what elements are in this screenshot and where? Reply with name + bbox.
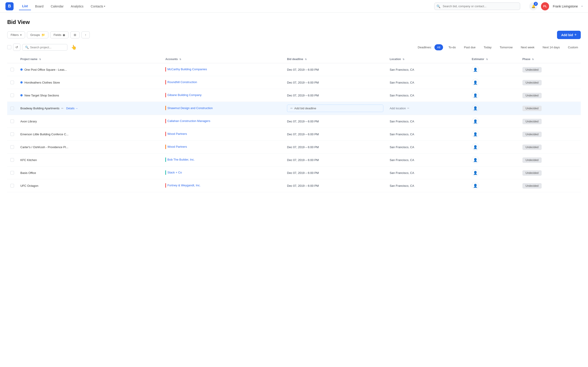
phase-badge[interactable]: Undecided: [522, 144, 542, 150]
deadline-nextweek-button[interactable]: Next week: [518, 44, 537, 50]
col-estimator[interactable]: Estimator ⇅: [469, 55, 519, 63]
account-name[interactable]: Stack + Co: [167, 171, 182, 174]
deadline-pastdue-button[interactable]: Past due: [461, 44, 478, 50]
col-project-name[interactable]: Project name ⇅: [17, 55, 162, 63]
project-name-text[interactable]: Horsfeathers Clothes Store: [25, 81, 60, 84]
add-estimator-button[interactable]: 👤: [472, 79, 479, 86]
add-bid-button[interactable]: Add bid +: [557, 31, 581, 39]
project-name-text[interactable]: Carter's / OshKosh - Providence Pl...: [20, 145, 68, 149]
search-project-input-wrap[interactable]: 🔍: [22, 44, 67, 50]
account-name[interactable]: Wood Partners: [167, 145, 187, 148]
account-name[interactable]: Shawmut Design and Construction: [167, 106, 213, 110]
project-name-text[interactable]: Boadway Building Apartments: [20, 107, 60, 110]
account-color-bar: [165, 67, 166, 72]
account-tag[interactable]: Wood Partners: [165, 132, 187, 136]
add-location-button[interactable]: Add location✏: [390, 107, 466, 110]
account-tag[interactable]: Wood Partners: [165, 144, 187, 149]
fields-button[interactable]: Fields ◉: [50, 31, 69, 38]
col-accounts[interactable]: Accounts ⇅: [162, 55, 284, 63]
project-name-text[interactable]: Basis Office: [20, 171, 36, 175]
project-name-text[interactable]: Emerson Little Building Conferce C...: [20, 133, 69, 136]
project-name-cell: Horsfeathers Clothes Store: [20, 81, 159, 84]
phase-badge[interactable]: Undecided: [522, 132, 542, 137]
nav-board[interactable]: Board: [32, 3, 47, 10]
add-estimator-button[interactable]: 👤: [472, 131, 479, 138]
row-checkbox[interactable]: [10, 158, 14, 162]
account-tag[interactable]: Roundhill Construction: [165, 80, 197, 84]
col-location[interactable]: Location ⇅: [387, 55, 469, 63]
account-name[interactable]: Wood Partners: [167, 132, 187, 135]
nav-contacts[interactable]: Contacts ▾: [87, 3, 108, 10]
user-chevron-icon[interactable]: ▾: [581, 5, 583, 8]
row-checkbox[interactable]: [10, 132, 14, 136]
export-button[interactable]: ↑: [81, 31, 90, 38]
col-bid-deadline[interactable]: Bid deadline ⇅: [284, 55, 387, 63]
row-checkbox[interactable]: [10, 107, 14, 110]
phase-badge[interactable]: Undecided: [522, 106, 542, 111]
add-estimator-button[interactable]: 👤: [472, 169, 479, 176]
account-name[interactable]: Bob The Builder, Inc.: [167, 158, 194, 161]
project-name-text[interactable]: KFC Kitchen: [20, 158, 37, 162]
phase-badge[interactable]: Undecided: [522, 67, 542, 73]
project-name-text[interactable]: New Target Shop Sections: [25, 94, 59, 97]
phase-badge[interactable]: Undecided: [522, 119, 542, 124]
deadline-custom-button[interactable]: Custom: [565, 44, 581, 50]
add-estimator-button[interactable]: 👤: [472, 156, 479, 164]
account-tag[interactable]: Stack + Co: [165, 170, 182, 175]
row-checkbox[interactable]: [10, 68, 14, 71]
account-name[interactable]: Fortney & Weygandt, Inc.: [167, 184, 200, 187]
deadline-tomorrow-button[interactable]: Tomorrow: [497, 44, 515, 50]
add-estimator-button[interactable]: 👤: [472, 182, 479, 189]
phase-badge[interactable]: Undecided: [522, 170, 542, 176]
add-estimator-button[interactable]: 👤: [472, 66, 479, 73]
groups-button[interactable]: Groups 📁: [27, 31, 48, 38]
nav-calendar[interactable]: Calendar: [47, 3, 67, 10]
deadline-todo-button[interactable]: To-do: [446, 44, 459, 50]
row-checkbox[interactable]: [10, 119, 14, 123]
layers-button[interactable]: ⊞: [70, 31, 80, 38]
account-tag[interactable]: Callahan Construction Managers: [165, 119, 210, 123]
add-estimator-button[interactable]: 👤: [472, 143, 479, 151]
add-estimator-button[interactable]: 👤: [472, 92, 479, 99]
filters-button[interactable]: Filters ≡: [7, 31, 25, 38]
nav-analytics[interactable]: Analytics: [68, 3, 86, 10]
col-phase[interactable]: Phase ⇅: [519, 55, 581, 63]
account-name[interactable]: Gibane Building Company: [167, 93, 201, 97]
account-name[interactable]: Roundhill Construction: [167, 80, 197, 84]
add-estimator-button[interactable]: 👤: [472, 118, 479, 125]
deadline-today-button[interactable]: Today: [481, 44, 494, 50]
row-checkbox[interactable]: [10, 81, 14, 84]
global-search-input[interactable]: [434, 2, 520, 10]
search-project-input[interactable]: [30, 46, 64, 49]
phase-badge[interactable]: Undecided: [522, 158, 542, 163]
phase-badge[interactable]: Undecided: [522, 183, 542, 189]
account-tag[interactable]: McCarthy Building Companies: [165, 67, 207, 72]
row-checkbox[interactable]: [10, 93, 14, 97]
account-tag[interactable]: Fortney & Weygandt, Inc.: [165, 183, 200, 188]
add-deadline-button[interactable]: ✏Add bid deadline: [287, 105, 383, 112]
user-name[interactable]: Frank Livingstone: [553, 5, 578, 8]
details-link[interactable]: Details →: [66, 107, 78, 110]
account-tag[interactable]: Shawmut Design and Construction: [165, 106, 213, 110]
row-checkbox[interactable]: [10, 184, 14, 187]
account-tag[interactable]: Bob The Builder, Inc.: [165, 158, 194, 162]
account-name[interactable]: McCarthy Building Companies: [167, 67, 207, 71]
avatar[interactable]: FL: [541, 2, 549, 10]
edit-icon[interactable]: ✏: [61, 107, 64, 110]
nav-list[interactable]: List: [19, 2, 31, 10]
deadline-next14-button[interactable]: Next 14 days: [540, 44, 562, 50]
select-all-checkbox[interactable]: [7, 45, 11, 49]
account-tag[interactable]: Gibane Building Company: [165, 93, 201, 97]
notification-button[interactable]: 🔔 2: [529, 2, 537, 10]
phase-badge[interactable]: Undecided: [522, 93, 542, 98]
project-name-text[interactable]: One Post Office Square - Leas...: [25, 68, 67, 71]
project-name-text[interactable]: Avon Library: [20, 120, 37, 123]
add-estimator-button[interactable]: 👤: [472, 105, 479, 112]
deadline-all-button[interactable]: All: [434, 44, 443, 50]
project-name-text[interactable]: UFC Octagon: [20, 184, 38, 187]
account-name[interactable]: Callahan Construction Managers: [167, 119, 210, 123]
refresh-button[interactable]: ↺: [13, 44, 20, 51]
phase-badge[interactable]: Undecided: [522, 80, 542, 85]
row-checkbox[interactable]: [10, 171, 14, 175]
row-checkbox[interactable]: [10, 145, 14, 149]
